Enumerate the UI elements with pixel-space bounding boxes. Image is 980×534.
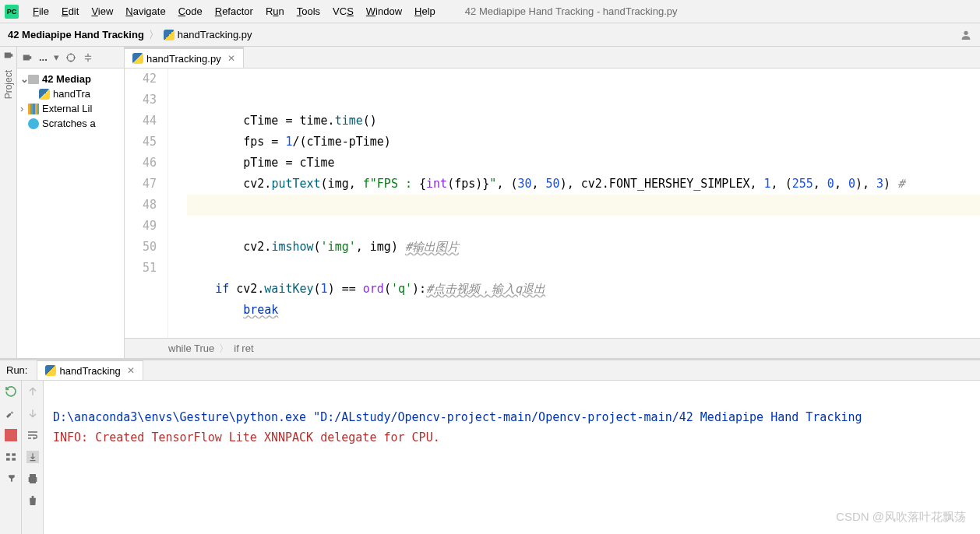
- menu-file[interactable]: File: [26, 2, 55, 20]
- footer-crumb[interactable]: if ret: [234, 343, 253, 354]
- run-toolbar-left: [0, 381, 22, 534]
- editor-tab-bar: handTracking.py ✕: [125, 47, 980, 69]
- console-line: D:\anaconda3\envs\Gesture\python.exe "D:…: [53, 410, 862, 424]
- run-tab-label: handTracking: [59, 365, 120, 377]
- menu-code[interactable]: Code: [172, 2, 209, 20]
- window-title: 42 Mediapipe Hand Tracking - handTrackin…: [465, 5, 678, 17]
- code-editor[interactable]: 42 43 44 45 46 47 48 49 50 51 cTime = ti…: [125, 69, 980, 338]
- breadcrumb: 42 Mediapipe Hand Tracking 〉 handTrackin…: [0, 23, 980, 47]
- run-toolbar-right: [22, 381, 44, 534]
- collapse-icon[interactable]: [83, 52, 93, 63]
- svg-rect-8: [6, 458, 10, 460]
- menu-vcs[interactable]: VCS: [326, 2, 360, 20]
- menu-run[interactable]: Run: [259, 2, 291, 20]
- python-file-icon: [132, 53, 143, 64]
- svg-rect-9: [12, 458, 16, 460]
- project-tool-tab[interactable]: Project: [0, 47, 17, 358]
- run-tab[interactable]: handTracking ✕: [37, 360, 143, 380]
- menu-window[interactable]: Window: [360, 2, 408, 20]
- stop-icon[interactable]: [5, 429, 17, 441]
- menu-navigate[interactable]: Navigate: [119, 2, 171, 20]
- line-gutter: 42 43 44 45 46 47 48 49 50 51: [125, 69, 168, 338]
- project-view-icon[interactable]: [22, 52, 33, 63]
- breadcrumb-file[interactable]: handTracking.py: [178, 29, 252, 40]
- tree-file[interactable]: handTra: [17, 86, 124, 101]
- editor-breadcrumb: while True 〉 if ret: [125, 338, 980, 358]
- python-file-icon: [45, 365, 56, 376]
- editor-tab-label: handTracking.py: [146, 53, 221, 65]
- tree-root[interactable]: ⌄42 Mediap: [17, 72, 124, 86]
- app-icon: PC: [5, 5, 19, 19]
- wrench-icon[interactable]: [5, 407, 17, 420]
- run-panel: Run: handTracking ✕ D:\anaconda3\envs\Ge…: [0, 358, 980, 534]
- menu-refactor[interactable]: Refactor: [209, 2, 259, 20]
- main-area: Project ...▾ ⌄42 Mediap handTra ›Externa…: [0, 47, 980, 358]
- tree-scratches[interactable]: Scratches a: [17, 116, 124, 131]
- menu-bar: PC File Edit View Navigate Code Refactor…: [0, 0, 980, 23]
- project-panel: ...▾ ⌄42 Mediap handTra ›External Lil Sc…: [17, 47, 125, 358]
- editor-area: handTracking.py ✕ 42 43 44 45 46 47 48 4…: [125, 47, 980, 358]
- python-file-icon: [164, 30, 174, 40]
- menu-view[interactable]: View: [85, 2, 119, 20]
- menu-help[interactable]: Help: [408, 2, 442, 20]
- user-icon[interactable]: [960, 29, 972, 41]
- run-tab-bar: Run: handTracking ✕: [0, 360, 980, 381]
- arrow-up-icon[interactable]: [26, 385, 39, 398]
- pin-icon[interactable]: [2, 470, 19, 488]
- project-tree: ⌄42 Mediap handTra ›External Lil Scratch…: [17, 69, 124, 134]
- scroll-icon[interactable]: [26, 451, 39, 463]
- target-icon[interactable]: [65, 52, 76, 63]
- breadcrumb-root[interactable]: 42 Mediapipe Hand Tracking: [8, 29, 144, 40]
- project-tool-label: Project: [3, 70, 14, 99]
- close-icon[interactable]: ✕: [127, 365, 135, 376]
- svg-rect-7: [12, 453, 16, 455]
- svg-point-0: [964, 30, 968, 34]
- menu-edit[interactable]: Edit: [55, 2, 85, 20]
- footer-crumb[interactable]: while True: [168, 343, 214, 354]
- menu-tools[interactable]: Tools: [291, 2, 326, 20]
- arrow-down-icon[interactable]: [26, 407, 39, 420]
- fold-gutter: [168, 69, 182, 338]
- editor-tab[interactable]: handTracking.py ✕: [125, 47, 244, 68]
- wrap-icon[interactable]: [26, 429, 39, 441]
- project-panel-header: ...▾: [17, 47, 124, 69]
- rerun-icon[interactable]: [5, 385, 17, 398]
- print-icon[interactable]: [26, 473, 39, 485]
- trash-icon[interactable]: [26, 494, 39, 507]
- code-content[interactable]: cTime = time.time() fps = 1/(cTime-pTime…: [182, 69, 980, 338]
- svg-point-1: [67, 54, 74, 61]
- run-body: D:\anaconda3\envs\Gesture\python.exe "D:…: [0, 381, 980, 534]
- tree-external[interactable]: ›External Lil: [17, 101, 124, 116]
- close-icon[interactable]: ✕: [227, 53, 235, 64]
- console-line: INFO: Created TensorFlow Lite XNNPACK de…: [53, 430, 440, 444]
- svg-rect-6: [6, 453, 10, 455]
- chevron-right-icon: 〉: [149, 28, 159, 42]
- console-output[interactable]: D:\anaconda3\envs\Gesture\python.exe "D:…: [44, 381, 980, 534]
- run-label: Run:: [6, 364, 27, 376]
- layout-icon[interactable]: [5, 451, 17, 463]
